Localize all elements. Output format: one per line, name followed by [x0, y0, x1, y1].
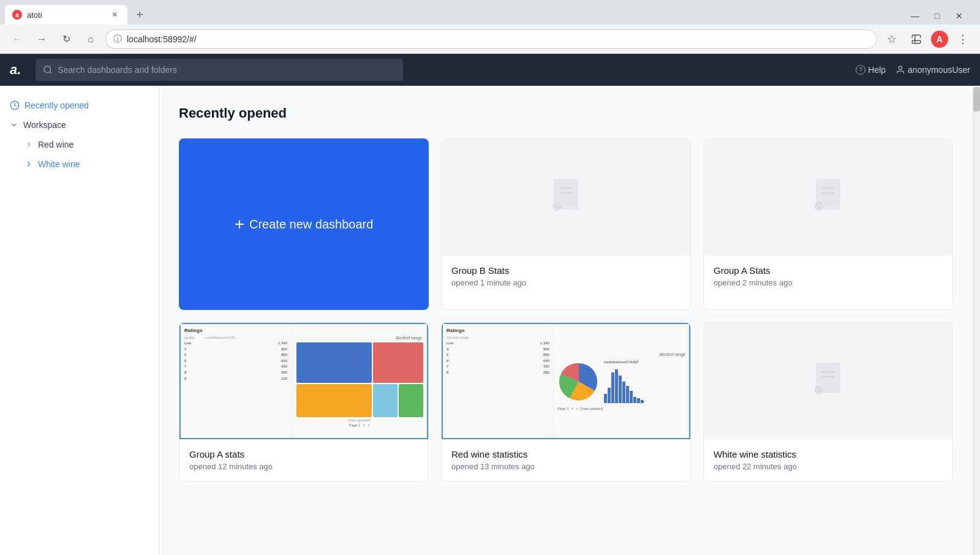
header-right: ? Help anonymousUser	[856, 65, 970, 75]
plus-icon: +	[235, 214, 244, 234]
search-bar[interactable]: Search dashboards and folders	[36, 59, 403, 81]
address-security-icon: ⓘ	[113, 34, 122, 45]
group-b-stats-preview	[442, 139, 690, 255]
scrollbar-thumb[interactable]	[973, 87, 980, 111]
create-dashboard-card[interactable]: + Create new dashboard	[179, 138, 429, 310]
chevron-right-icon	[24, 140, 33, 149]
sidebar-item-white-wine[interactable]: White wine	[0, 154, 159, 174]
white-wine-stats-info: White wine statistics opened 22 minutes …	[704, 439, 952, 481]
help-button[interactable]: ? Help	[856, 65, 886, 75]
search-icon	[43, 65, 53, 75]
user-button[interactable]: anonymousUser	[895, 65, 970, 75]
scrollbar[interactable]	[973, 86, 980, 555]
help-label: Help	[868, 65, 886, 75]
window-close-button[interactable]: ✕	[951, 7, 968, 25]
page-title: Recently opened	[179, 105, 953, 121]
user-icon	[895, 65, 905, 75]
browser-profile-icon[interactable]: A	[931, 31, 948, 48]
tab-favicon: a	[12, 10, 22, 20]
red-wine-stats-card[interactable]: Ratings Alcohol range Low1,340 4900 5860…	[441, 322, 691, 481]
white-wine-stats-name: White wine statistics	[714, 449, 943, 459]
home-button[interactable]: ⌂	[81, 29, 100, 49]
search-placeholder-text: Search dashboards and folders	[58, 65, 177, 75]
chevron-right-icon-white	[24, 160, 33, 168]
app-header: a. Search dashboards and folders ? Help …	[0, 54, 980, 86]
group-a-stats-chart-time: opened 12 minutes ago	[189, 462, 418, 471]
group-a-stats-name: Group A Stats	[714, 265, 943, 276]
group-a-stats-chart-name: Group A stats	[189, 449, 418, 459]
white-wine-stats-preview	[704, 323, 952, 439]
group-a-stats-preview	[704, 139, 952, 255]
forward-button[interactable]: →	[32, 29, 51, 49]
refresh-button[interactable]: ↻	[56, 29, 76, 49]
group-a-stats-chart-preview: Ratings qualitycontributions/CHG... Low1…	[179, 323, 428, 439]
back-button[interactable]: ←	[7, 29, 27, 49]
white-wine-label: White wine	[38, 159, 80, 169]
clock-icon	[10, 100, 20, 110]
browser-menu-button[interactable]: ⋮	[953, 29, 973, 49]
red-wine-label: Red wine	[38, 140, 74, 149]
create-dashboard-label: Create new dashboard	[249, 217, 373, 232]
group-b-stats-time: opened 1 minute ago	[451, 278, 680, 287]
user-label: anonymousUser	[908, 65, 970, 75]
bookmark-button[interactable]: ☆	[882, 29, 902, 49]
new-tab-button[interactable]: +	[130, 5, 149, 25]
red-wine-stats-name: Red wine statistics	[451, 449, 680, 459]
browser-toolbar: ← → ↻ ⌂ ⓘ localhost:58992/#/ ☆ A ⋮	[0, 25, 980, 54]
sidebar-workspace[interactable]: Workspace	[0, 115, 159, 135]
pie-chart-svg	[557, 360, 600, 403]
recently-opened-label: Recently opened	[24, 100, 89, 110]
window-maximize-button[interactable]: □	[929, 7, 946, 25]
empty-preview-icon-3	[810, 360, 846, 402]
group-b-stats-name: Group B Stats	[451, 265, 680, 276]
cards-grid: + Create new dashboard	[179, 138, 953, 481]
tab-title: atoti	[27, 10, 104, 20]
sidebar: Recently opened Workspace Red wine	[0, 86, 159, 555]
app-logo: a.	[10, 62, 21, 78]
toolbar-actions: ☆ A ⋮	[882, 29, 973, 49]
sidebar-item-recently-opened[interactable]: Recently opened	[0, 96, 159, 115]
svg-point-2	[899, 66, 902, 69]
main-content: Recently opened + Create new dashboard	[159, 86, 973, 555]
extensions-button[interactable]	[907, 29, 926, 49]
group-b-stats-card[interactable]: Group B Stats opened 1 minute ago	[441, 138, 691, 310]
group-a-stats-chart-info: Group A stats opened 12 minutes ago	[179, 439, 428, 481]
chevron-down-icon	[10, 121, 18, 129]
red-wine-stats-info: Red wine statistics opened 13 minutes ag…	[442, 439, 690, 481]
svg-point-0	[44, 66, 51, 73]
empty-preview-icon-2	[810, 176, 846, 219]
svg-line-1	[50, 72, 51, 74]
red-wine-stats-preview: Ratings Alcohol range Low1,340 4900 5860…	[442, 323, 690, 439]
browser-chrome: a atoti ✕ + — □ ✕ ← → ↻ ⌂ ⓘ localhost:58…	[0, 0, 980, 54]
app-body: Recently opened Workspace Red wine	[0, 86, 980, 555]
group-a-stats-chart-card[interactable]: Ratings qualitycontributions/CHG... Low1…	[179, 322, 429, 481]
address-url-text: localhost:58992/#/	[127, 34, 869, 44]
group-a-stats-time: opened 2 minutes ago	[714, 278, 943, 287]
address-bar[interactable]: ⓘ localhost:58992/#/	[105, 29, 877, 49]
white-wine-stats-time: opened 22 minutes ago	[714, 462, 943, 471]
sidebar-item-red-wine[interactable]: Red wine	[0, 135, 159, 154]
app: a. Search dashboards and folders ? Help …	[0, 54, 980, 555]
workspace-label: Workspace	[23, 120, 66, 130]
empty-preview-icon	[548, 176, 584, 219]
group-a-stats-info: Group A Stats opened 2 minutes ago	[704, 255, 952, 297]
browser-tab[interactable]: a atoti ✕	[5, 5, 127, 25]
tab-close-button[interactable]: ✕	[109, 9, 120, 20]
group-b-stats-info: Group B Stats opened 1 minute ago	[442, 255, 690, 297]
group-a-stats-card[interactable]: Group A Stats opened 2 minutes ago	[703, 138, 953, 310]
red-wine-stats-time: opened 13 minutes ago	[451, 462, 680, 471]
white-wine-stats-card[interactable]: White wine statistics opened 22 minutes …	[703, 322, 953, 481]
help-icon: ?	[856, 65, 865, 75]
window-minimize-button[interactable]: —	[907, 7, 924, 25]
